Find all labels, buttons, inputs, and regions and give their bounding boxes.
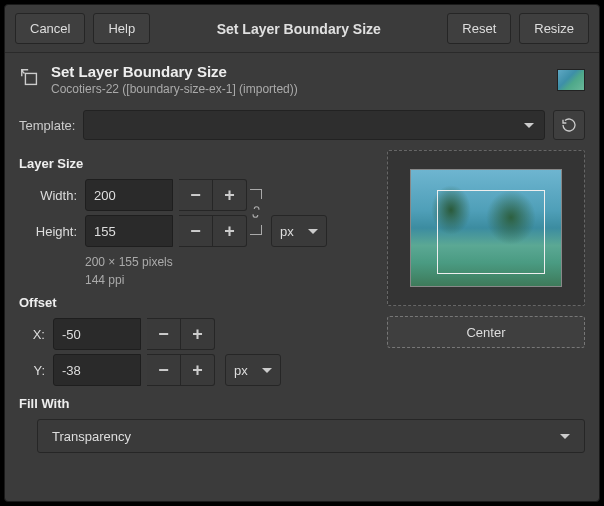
header-title: Set Layer Boundary Size: [51, 63, 547, 80]
height-input[interactable]: [85, 215, 173, 247]
template-combo[interactable]: [83, 110, 545, 140]
size-info-ppi: 144 ppi: [85, 271, 373, 289]
chain-link-toggle[interactable]: [249, 203, 263, 221]
width-label: Width:: [19, 188, 77, 203]
header: Set Layer Boundary Size Cocotiers-22 ([b…: [5, 53, 599, 104]
offset-x-label: X:: [19, 327, 45, 342]
offset-x-input[interactable]: [53, 318, 141, 350]
offset-y-increment[interactable]: +: [181, 354, 215, 386]
fillwith-combo[interactable]: Transparency: [37, 419, 585, 453]
template-reset-button[interactable]: [553, 110, 585, 140]
template-row: Template:: [5, 104, 599, 150]
resize-button[interactable]: Resize: [519, 13, 589, 44]
offset-x-increment[interactable]: +: [181, 318, 215, 350]
reset-icon: [561, 117, 577, 133]
width-input[interactable]: [85, 179, 173, 211]
chevron-down-icon: [560, 434, 570, 439]
header-subtitle: Cocotiers-22 ([boundary-size-ex-1] (impo…: [51, 82, 547, 96]
height-decrement[interactable]: −: [179, 215, 213, 247]
offset-y-label: Y:: [19, 363, 45, 378]
width-increment[interactable]: +: [213, 179, 247, 211]
offset-label: Offset: [19, 295, 373, 310]
dialog-title: Set Layer Boundary Size: [158, 21, 439, 37]
chevron-down-icon: [262, 368, 272, 373]
offset-y-decrement[interactable]: −: [147, 354, 181, 386]
width-decrement[interactable]: −: [179, 179, 213, 211]
chevron-down-icon: [308, 229, 318, 234]
preview-canvas[interactable]: [387, 150, 585, 306]
preview-image: [410, 169, 562, 287]
layer-thumbnail: [557, 69, 585, 91]
cancel-button[interactable]: Cancel: [15, 13, 85, 44]
height-increment[interactable]: +: [213, 215, 247, 247]
offset-y-input[interactable]: [53, 354, 141, 386]
svg-rect-0: [25, 73, 36, 84]
size-info-dims: 200 × 155 pixels: [85, 253, 373, 271]
fillwith-label: Fill With: [19, 396, 585, 411]
size-unit-combo[interactable]: px: [271, 215, 327, 247]
layer-size-label: Layer Size: [19, 156, 373, 171]
help-button[interactable]: Help: [93, 13, 150, 44]
titlebar: Cancel Help Set Layer Boundary Size Rese…: [5, 5, 599, 53]
chevron-down-icon: [524, 123, 534, 128]
center-button[interactable]: Center: [387, 316, 585, 348]
offset-unit-combo[interactable]: px: [225, 354, 281, 386]
height-label: Height:: [19, 224, 77, 239]
layer-boundary-dialog: Cancel Help Set Layer Boundary Size Rese…: [4, 4, 600, 502]
reset-button[interactable]: Reset: [447, 13, 511, 44]
offset-x-decrement[interactable]: −: [147, 318, 181, 350]
resize-layer-icon: [19, 67, 41, 92]
template-label: Template:: [19, 118, 75, 133]
preview-bounds-rect: [437, 190, 545, 274]
